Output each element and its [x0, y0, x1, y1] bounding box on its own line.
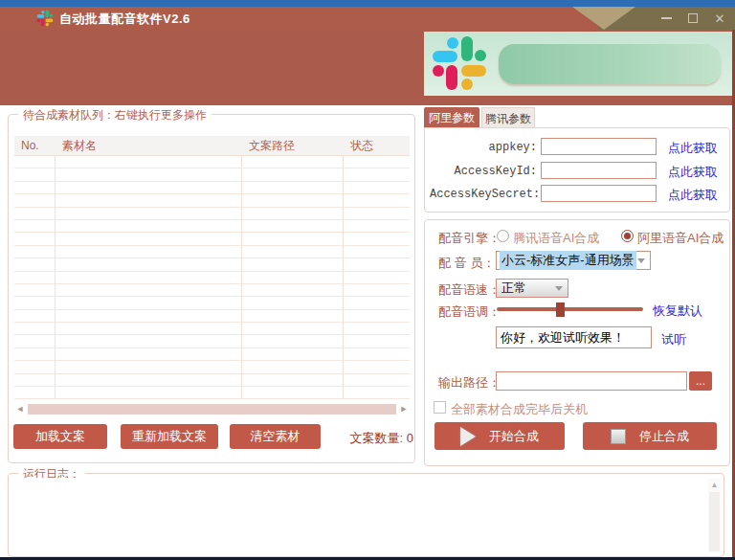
table-cell — [242, 182, 344, 193]
scroll-up-icon[interactable]: ▲ — [708, 480, 721, 491]
accesskeysecret-input[interactable] — [541, 185, 657, 202]
chevron-down-icon — [637, 258, 645, 263]
load-copy-button[interactable]: 加载文案 — [13, 424, 107, 449]
table-row[interactable] — [14, 156, 410, 168]
test-text-input[interactable] — [496, 326, 652, 348]
col-header-path: 文案路径 — [242, 136, 344, 155]
close-button[interactable]: ✕ — [712, 11, 727, 26]
table-cell — [14, 156, 56, 168]
table-row[interactable] — [14, 361, 410, 373]
engine-tencent-radio[interactable] — [497, 230, 509, 242]
table-cell — [344, 387, 410, 398]
table-cell — [344, 194, 410, 206]
reload-copy-button[interactable]: 重新加载文案 — [121, 424, 218, 449]
table-cell — [344, 168, 410, 180]
voice-label: 配 音 员： — [438, 255, 495, 272]
table-cell — [344, 335, 410, 347]
table-row[interactable] — [14, 272, 410, 284]
table-row[interactable] — [14, 310, 410, 323]
log-textarea[interactable] — [12, 478, 704, 552]
table-cell — [14, 387, 56, 398]
start-synthesis-button[interactable]: 开始合成 — [434, 422, 565, 450]
table-row[interactable] — [14, 220, 410, 233]
table-row[interactable] — [14, 297, 410, 309]
table-cell — [56, 374, 242, 386]
table-cell — [56, 246, 242, 258]
table-row[interactable] — [14, 233, 410, 245]
engine-ali-label[interactable]: 阿里语音AI合成 — [637, 230, 724, 247]
table-cell — [56, 297, 242, 308]
table-cell — [242, 233, 344, 244]
accesskeyid-input[interactable] — [541, 162, 657, 179]
pitch-slider-track[interactable] — [497, 307, 643, 311]
engine-tencent-label[interactable]: 腾讯语音AI合成 — [513, 230, 599, 247]
appkey-input[interactable] — [541, 138, 657, 155]
table-row[interactable] — [14, 387, 410, 399]
maximize-button[interactable] — [685, 11, 701, 26]
scroll-left-icon[interactable]: ◄ — [14, 403, 26, 415]
table-cell — [14, 194, 56, 206]
pitch-reset-link[interactable]: 恢复默认 — [653, 302, 702, 320]
table-cell — [14, 272, 56, 283]
accesskeyid-get-link[interactable]: 点此获取 — [668, 164, 718, 181]
copy-count-label: 文案数量: — [350, 431, 404, 445]
desktop-strip — [0, 0, 735, 7]
shutdown-label[interactable]: 全部素材合成完毕后关机 — [451, 401, 588, 418]
output-path-input[interactable] — [496, 371, 687, 391]
table-row[interactable] — [14, 168, 410, 181]
table-cell — [242, 310, 344, 322]
col-header-no: No. — [14, 136, 56, 155]
table-row[interactable] — [14, 182, 410, 194]
table-cell — [242, 374, 344, 386]
table-row[interactable] — [14, 246, 410, 258]
clear-material-button[interactable]: 清空素材 — [230, 424, 321, 449]
table-cell — [56, 387, 242, 398]
scrollbar-thumb[interactable] — [28, 404, 396, 414]
material-table[interactable]: No. 素材名 文案路径 状态 — [14, 136, 410, 399]
audition-link[interactable]: 试听 — [661, 331, 686, 348]
tab-ali-params[interactable]: 阿里参数 — [424, 107, 479, 128]
table-cell — [56, 182, 242, 193]
shutdown-checkbox[interactable] — [434, 401, 446, 414]
vertical-scrollbar[interactable]: ▲ — [708, 479, 721, 552]
table-cell — [242, 348, 344, 360]
table-row[interactable] — [14, 323, 410, 335]
table-row[interactable] — [14, 284, 410, 297]
appkey-get-link[interactable]: 点此获取 — [668, 140, 718, 157]
engine-ali-radio[interactable] — [621, 230, 634, 242]
col-header-status: 状态 — [344, 136, 410, 155]
browse-button[interactable]: ... — [689, 371, 712, 391]
scroll-right-icon[interactable]: ► — [398, 403, 410, 415]
table-cell — [242, 168, 344, 180]
table-cell — [14, 348, 56, 360]
accesskeysecret-get-link[interactable]: 点此获取 — [668, 187, 718, 204]
table-row[interactable] — [14, 335, 410, 347]
minimize-button[interactable] — [658, 11, 674, 26]
table-cell — [56, 348, 242, 360]
table-cell — [56, 272, 242, 283]
horizontal-scrollbar[interactable]: ◄ ► — [14, 403, 410, 415]
table-row[interactable] — [14, 348, 410, 361]
table-cell — [14, 246, 56, 258]
appkey-label: appkey: — [430, 141, 537, 154]
speed-select[interactable]: 正常 — [496, 279, 568, 298]
stop-synthesis-button[interactable]: 停止合成 — [583, 422, 717, 450]
table-cell — [344, 258, 410, 270]
table-cell — [344, 374, 410, 386]
table-cell — [14, 284, 56, 296]
table-cell — [344, 310, 410, 322]
scrollbar-thumb[interactable] — [709, 492, 720, 551]
table-row[interactable] — [14, 194, 410, 207]
pitch-slider-handle[interactable] — [556, 302, 565, 317]
speed-selected-value: 正常 — [497, 280, 526, 297]
voice-select[interactable]: 小云-标准女声-通用场景 — [496, 251, 651, 270]
table-row[interactable] — [14, 374, 410, 387]
corner-triangle-decor — [572, 7, 635, 30]
table-cell — [14, 323, 56, 334]
table-cell — [242, 220, 344, 232]
table-cell — [14, 182, 56, 193]
table-row[interactable] — [14, 258, 410, 271]
table-row[interactable] — [14, 208, 410, 220]
tab-tencent-params[interactable]: 腾讯参数 — [481, 107, 535, 128]
table-body — [14, 155, 410, 399]
